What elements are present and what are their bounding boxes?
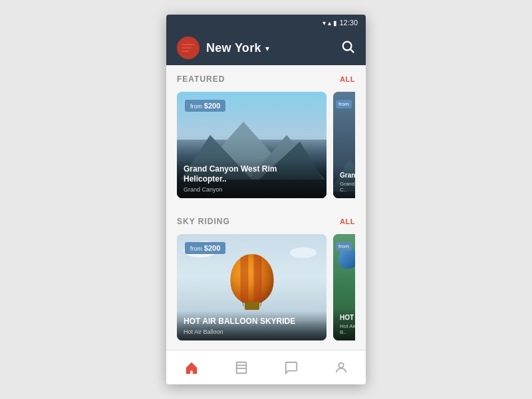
- header: New York ▾: [166, 31, 366, 65]
- logo-line-3: [182, 51, 189, 52]
- featured-cards-row: from $200 Grand Canyon West Rim Helicopt…: [177, 92, 355, 198]
- featured-header: FEATURED ALL: [177, 74, 355, 84]
- svg-line-1: [350, 49, 354, 53]
- price-amount: $200: [204, 102, 220, 110]
- svg-point-5: [338, 362, 343, 367]
- sky-riding-all-link[interactable]: ALL: [340, 217, 355, 225]
- balloon-stripe-2: [253, 254, 261, 304]
- bottom-nav: [166, 350, 366, 384]
- balloon-info: HOT AIR BALLOON SKYRIDE Hot Air Balloon: [177, 311, 327, 340]
- nav-messages[interactable]: [266, 350, 316, 384]
- logo-lines: [182, 44, 194, 52]
- balloon-stripe-1: [240, 254, 248, 304]
- featured-all-link[interactable]: ALL: [340, 75, 355, 83]
- grand-canyon-name: Grand Canyon West Rim Helicopter..: [184, 164, 320, 185]
- grand-peek-info: Gran Grand C..: [333, 166, 355, 198]
- balloon-peek-card[interactable]: from HOT Hot Air B..: [333, 234, 355, 340]
- grand-peek-price: from: [336, 100, 352, 108]
- sky-riding-title: SKY RIDING: [177, 217, 230, 226]
- grand-canyon-price-badge: from $200: [185, 100, 225, 112]
- balloon-name: HOT AIR BALLOON SKYRIDE: [184, 317, 320, 327]
- header-left: New York ▾: [177, 37, 269, 59]
- signal-icon: ▴: [328, 19, 331, 27]
- balloon-peek-price: from: [336, 242, 352, 251]
- phone-frame: ▾ ▴ ▮ 12:30 New York ▾: [166, 15, 366, 384]
- balloon-price-from: from: [190, 245, 202, 252]
- grand-canyon-card[interactable]: from $200 Grand Canyon West Rim Helicopt…: [177, 92, 327, 198]
- balloon-peek-info: HOT Hot Air B..: [333, 308, 355, 340]
- balloon-body: [230, 254, 273, 304]
- balloon-basket: [245, 302, 259, 310]
- balloon-subtitle: Hot Air Balloon: [184, 329, 320, 335]
- sky-riding-section: SKY RIDING ALL: [166, 207, 366, 340]
- chevron-down-icon: ▾: [265, 44, 269, 53]
- featured-title: FEATURED: [177, 74, 225, 84]
- logo-line-1: [182, 44, 194, 45]
- search-icon[interactable]: [340, 39, 355, 57]
- grand-canyon-peek-card[interactable]: from Gran Grand C..: [333, 92, 355, 198]
- balloon-price-badge: from $200: [185, 242, 225, 254]
- nav-home[interactable]: [166, 350, 216, 384]
- balloon-peek-name: HOT: [340, 313, 355, 322]
- city-name: New York: [206, 41, 261, 55]
- balloon-price-amount: $200: [204, 244, 220, 252]
- status-bar: ▾ ▴ ▮ 12:30: [166, 15, 366, 31]
- sky-riding-header: SKY RIDING ALL: [177, 217, 355, 226]
- battery-icon: ▮: [333, 19, 337, 27]
- grand-canyon-info: Grand Canyon West Rim Helicopter.. Grand…: [177, 159, 327, 198]
- featured-section: FEATURED ALL: [166, 65, 366, 198]
- nav-profile[interactable]: [316, 350, 366, 384]
- grand-peek-subtitle: Grand C..: [340, 181, 355, 193]
- logo-icon: [177, 37, 200, 59]
- wifi-icon: ▾: [323, 19, 326, 27]
- grand-peek-name: Gran: [340, 171, 355, 180]
- city-selector[interactable]: New York ▾: [206, 41, 269, 55]
- svg-point-0: [343, 41, 352, 50]
- status-icons: ▾ ▴ ▮ 12:30: [323, 19, 358, 27]
- sky-riding-cards-row: from $200 HOT AIR BALLOON SKYRIDE Hot Ai…: [177, 234, 355, 340]
- status-time: 12:30: [339, 19, 358, 27]
- price-from: from: [190, 103, 202, 110]
- balloon-peek-subtitle: Hot Air B..: [340, 323, 355, 335]
- balloon-card[interactable]: from $200 HOT AIR BALLOON SKYRIDE Hot Ai…: [177, 234, 327, 340]
- grand-canyon-subtitle: Grand Canyon: [184, 186, 320, 193]
- content-area: FEATURED ALL: [166, 65, 366, 350]
- logo-line-2: [182, 47, 192, 49]
- nav-bookmarks[interactable]: [216, 350, 266, 384]
